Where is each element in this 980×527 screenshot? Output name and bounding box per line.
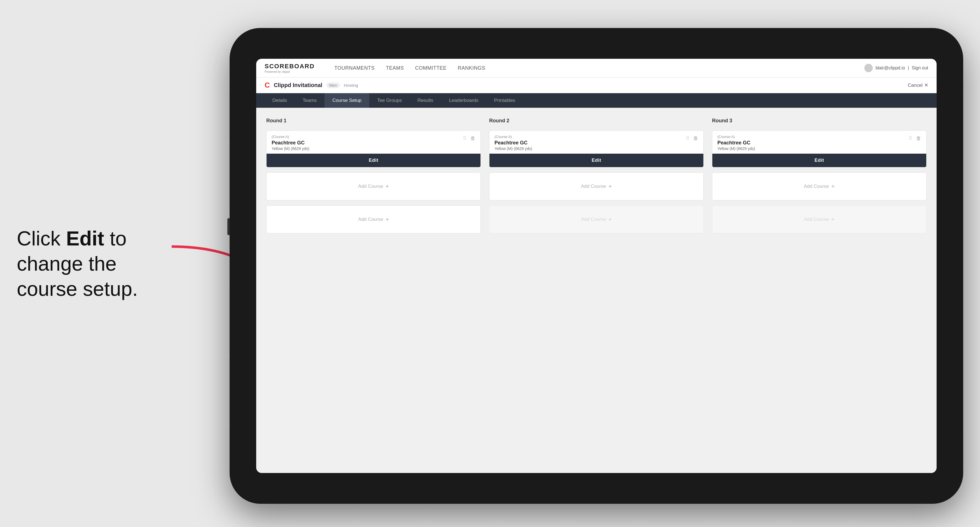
round-1-column: Round 1 (Course A) Peachtree GC Yellow (… <box>266 118 481 233</box>
plus-icon-2-r3: + <box>831 216 835 223</box>
round-3-course-card: (Course A) Peachtree GC Yellow (M) (6629… <box>712 130 926 167</box>
add-course-slot-2-round3: Add Course + <box>712 205 926 233</box>
clippd-logo: C <box>265 81 270 90</box>
drag-handle-icon-r3: ⠿ <box>907 135 914 142</box>
sign-out-link[interactable]: Sign out <box>912 65 928 70</box>
main-content: Round 1 (Course A) Peachtree GC Yellow (… <box>256 108 937 473</box>
gender-badge: Men <box>326 82 340 88</box>
tab-teams[interactable]: Teams <box>295 93 325 108</box>
course-detail: Yellow (M) (6629 yds) <box>272 146 476 151</box>
user-avatar <box>864 64 873 72</box>
tournament-title: Clippd Invitational <box>274 82 322 89</box>
course-a-label: (Course A) <box>272 135 476 139</box>
add-course-slot-1-round3[interactable]: Add Course + <box>712 172 926 200</box>
add-course-slot-2-round1[interactable]: Add Course + <box>266 205 481 233</box>
add-course-text-2-r2: Add Course + <box>581 216 612 223</box>
tablet-frame: SCOREBOARD Powered by clippd TOURNAMENTS… <box>230 28 963 504</box>
round-1-label: Round 1 <box>266 118 481 124</box>
instruction-text: Click Edit tochange thecourse setup. <box>17 226 179 302</box>
add-course-text-2: Add Course + <box>358 216 389 223</box>
round-1-course-card: (Course A) Peachtree GC Yellow (M) (6629… <box>266 130 481 167</box>
app-logo: SCOREBOARD <box>265 63 315 70</box>
add-course-text-r2: Add Course + <box>581 183 612 190</box>
edit-button-round1[interactable]: Edit <box>267 154 480 167</box>
round-2-column: Round 2 (Course A) Peachtree GC Yellow (… <box>489 118 704 233</box>
edit-button-round2[interactable]: Edit <box>490 154 703 167</box>
drag-handle-icon: ⠿ <box>461 135 468 142</box>
round-2-label: Round 2 <box>489 118 704 124</box>
tab-leaderboards[interactable]: Leaderboards <box>441 93 486 108</box>
trash-icon[interactable]: 🗑 <box>469 135 477 142</box>
plus-icon-r3: + <box>831 183 835 190</box>
course-card-header-r3: (Course A) Peachtree GC Yellow (M) (6629… <box>712 131 926 154</box>
trash-icon-r2[interactable]: 🗑 <box>692 135 700 142</box>
nav-teams[interactable]: TEAMS <box>386 65 404 71</box>
sub-nav-left: C Clippd Invitational Men Hosting <box>265 81 358 90</box>
round-3-column: Round 3 (Course A) Peachtree GC Yellow (… <box>712 118 926 233</box>
course-card-header: (Course A) Peachtree GC Yellow (M) (6629… <box>267 131 480 154</box>
add-course-text: Add Course + <box>358 183 389 190</box>
tab-details[interactable]: Details <box>265 93 295 108</box>
course-a-label-r2: (Course A) <box>495 135 698 139</box>
edit-button-round3[interactable]: Edit <box>712 154 926 167</box>
hosting-tag: Hosting <box>344 83 358 87</box>
tab-bar: Details Teams Course Setup Tee Groups Re… <box>256 93 937 108</box>
course-detail-r3: Yellow (M) (6629 yds) <box>718 146 921 151</box>
plus-icon-2: + <box>385 216 389 223</box>
tab-tee-groups[interactable]: Tee Groups <box>369 93 410 108</box>
course-name-r3: Peachtree GC <box>718 140 921 146</box>
nav-tournaments[interactable]: TOURNAMENTS <box>334 65 375 71</box>
tablet-screen: SCOREBOARD Powered by clippd TOURNAMENTS… <box>256 59 937 473</box>
sub-nav: C Clippd Invitational Men Hosting Cancel… <box>256 78 937 93</box>
plus-icon-r2: + <box>608 183 612 190</box>
nav-divider: | <box>908 65 909 70</box>
course-name: Peachtree GC <box>272 140 476 146</box>
round-2-course-card: (Course A) Peachtree GC Yellow (M) (6629… <box>489 130 704 167</box>
nav-rankings[interactable]: RANKINGS <box>458 65 485 71</box>
plus-icon-2-r2: + <box>608 216 612 223</box>
course-a-label-r3: (Course A) <box>718 135 921 139</box>
rounds-grid: Round 1 (Course A) Peachtree GC Yellow (… <box>266 118 926 233</box>
add-course-text-r3: Add Course + <box>804 183 835 190</box>
nav-right: blair@clippd.io | Sign out <box>864 64 928 72</box>
add-course-text-2-r3: Add Course + <box>804 216 835 223</box>
drag-handle-icon-r2: ⠿ <box>684 135 691 142</box>
top-nav: SCOREBOARD Powered by clippd TOURNAMENTS… <box>256 59 937 78</box>
instruction-bold: Edit <box>66 227 104 250</box>
course-card-header-r2: (Course A) Peachtree GC Yellow (M) (6629… <box>490 131 703 154</box>
logo-subtitle: Powered by clippd <box>265 70 315 73</box>
nav-committee[interactable]: COMMITTEE <box>415 65 447 71</box>
tab-results[interactable]: Results <box>410 93 441 108</box>
plus-icon: + <box>385 183 389 190</box>
tab-course-setup[interactable]: Course Setup <box>325 93 369 108</box>
add-course-slot-1-round1[interactable]: Add Course + <box>266 172 481 200</box>
logo-area: SCOREBOARD Powered by clippd <box>265 63 315 73</box>
add-course-slot-2-round2: Add Course + <box>489 205 704 233</box>
trash-icon-r3[interactable]: 🗑 <box>915 135 922 142</box>
cancel-button[interactable]: Cancel ✕ <box>908 82 928 88</box>
add-course-slot-1-round2[interactable]: Add Course + <box>489 172 704 200</box>
tab-printables[interactable]: Printables <box>486 93 523 108</box>
cancel-icon: ✕ <box>924 82 928 88</box>
course-name-r2: Peachtree GC <box>495 140 698 146</box>
user-email: blair@clippd.io <box>875 65 905 70</box>
round-3-label: Round 3 <box>712 118 926 124</box>
course-detail-r2: Yellow (M) (6629 yds) <box>495 146 698 151</box>
nav-links: TOURNAMENTS TEAMS COMMITTEE RANKINGS <box>334 65 853 71</box>
